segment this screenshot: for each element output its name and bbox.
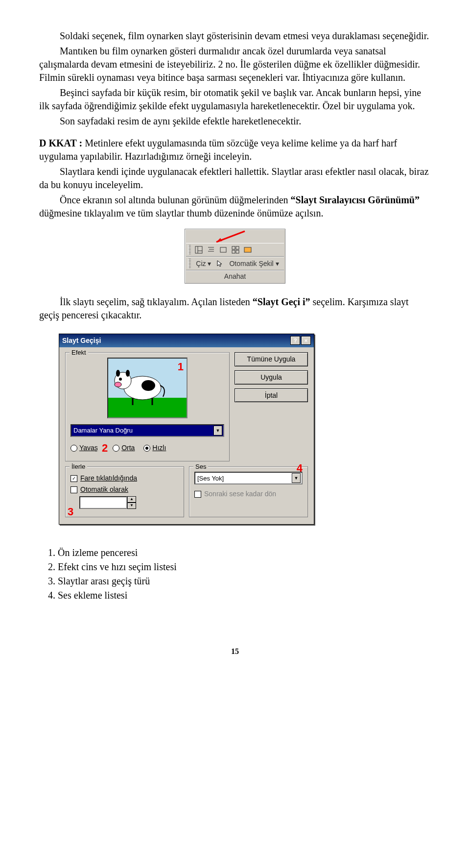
legend-item: Ön izleme penceresi: [58, 546, 431, 559]
slide-transition-dialog: Slayt Geçişi ? × Efekt: [59, 334, 314, 525]
apply-button[interactable]: Uygula: [235, 370, 308, 385]
check-mouse[interactable]: Fare tıklatıldığında: [70, 474, 179, 483]
svg-rect-11: [244, 247, 251, 252]
legend-item: Efekt cins ve hızı seçim listesi: [58, 560, 431, 574]
toolbar: Çiz ▾ Otomatik Şekil ▾ Anahat: [185, 229, 285, 284]
text: İlk slaytı seçelim, sağ tıklayalım. Açıl…: [60, 296, 253, 307]
callout-3: 3: [68, 505, 73, 519]
callout-4: 4: [297, 461, 303, 476]
radio-label: Orta: [121, 443, 135, 453]
paragraph: Slaytlara kendi içinde uygulanacak efekt…: [39, 165, 431, 192]
slide-view-button[interactable]: [217, 244, 229, 255]
draw-toolbar-row: Çiz ▾ Otomatik Şekil ▾: [186, 257, 283, 270]
slide-sorter-view-button[interactable]: [230, 244, 241, 255]
text: düğmesine tıklayalım ve tüm slaytlar thu…: [39, 208, 323, 218]
draw-menu[interactable]: Çiz ▾: [193, 259, 214, 268]
svg-rect-6: [220, 247, 226, 252]
paragraph: Beşinci sayfada bir küçük resim, bir oto…: [39, 86, 431, 113]
group-label: Efekt: [70, 348, 88, 357]
callout-1: 1: [178, 360, 184, 374]
check-label: Sonraki sese kadar dön: [204, 489, 276, 499]
radio-label: Hızlı: [152, 443, 166, 453]
svg-point-15: [141, 380, 155, 391]
effect-dropdown-value: Damalar Yana Doğru: [73, 426, 133, 435]
grip-icon: [188, 245, 191, 255]
toolbar-figure: Çiz ▾ Otomatik Şekil ▾ Anahat: [39, 229, 431, 284]
group-label: Ses: [193, 462, 208, 471]
svg-rect-0: [195, 246, 202, 253]
effect-group: Efekt: [65, 352, 230, 462]
outline-label: Anahat: [221, 272, 249, 281]
help-button[interactable]: ?: [290, 336, 300, 345]
cancel-button[interactable]: İptal: [235, 388, 308, 403]
advance-group: İlerle Fare tıklatıldığında Otomatik ola…: [65, 466, 184, 517]
bold-text: “Slayt Sıralayıcısı Görünümü”: [291, 194, 420, 205]
effect-dropdown[interactable]: Damalar Yana Doğru ▼: [70, 424, 224, 437]
svg-rect-10: [236, 250, 239, 253]
buttons-column: Tümüne Uygula Uygula İptal: [235, 352, 308, 462]
paragraph: İlk slaytı seçelim, sağ tıklayalım. Açıl…: [39, 295, 431, 322]
svg-rect-7: [232, 246, 235, 249]
paragraph: Mantıken bu film oynarken gösteri durmal…: [39, 45, 431, 84]
apply-all-button[interactable]: Tümüne Uygula: [235, 352, 308, 366]
page-number: 15: [39, 646, 431, 657]
text: Önce ekranın sol altında bulunan görünüm…: [60, 194, 291, 205]
close-button[interactable]: ×: [301, 336, 311, 345]
svg-rect-12: [108, 398, 187, 417]
radio-medium[interactable]: Orta: [113, 443, 135, 453]
callout-2: 2: [102, 441, 108, 456]
auto-seconds-input[interactable]: [79, 496, 127, 509]
check-label: Fare tıklatıldığında: [80, 474, 137, 483]
legend-item: Ses ekleme listesi: [58, 589, 431, 602]
check-loop-sound: Sonraki sese kadar dön: [194, 489, 303, 499]
radio-fast[interactable]: Hızlı: [143, 443, 166, 453]
view-buttons-row: [186, 243, 283, 257]
paragraph: Önce ekranın sol altında bulunan görünüm…: [39, 193, 431, 220]
normal-view-button[interactable]: [193, 244, 205, 255]
slideshow-view-button[interactable]: [242, 244, 254, 255]
svg-rect-8: [236, 246, 239, 249]
chevron-down-icon[interactable]: ▼: [213, 426, 222, 435]
sound-dropdown[interactable]: [Ses Yok] ▼: [194, 472, 303, 484]
svg-point-20: [126, 370, 130, 377]
svg-point-18: [115, 382, 121, 387]
dikkat-label: D KKAT :: [39, 138, 82, 148]
auto-seconds-spinner[interactable]: ▲▼: [79, 496, 136, 509]
spin-up-icon[interactable]: ▲: [127, 496, 136, 503]
svg-rect-9: [232, 250, 235, 253]
check-label: Otomatik olarak: [80, 485, 128, 494]
dikkat-text: Metinlere efekt uygulamasında tüm sözcüğ…: [39, 138, 397, 162]
svg-point-19: [116, 370, 120, 377]
paragraph-dikkat: D KKAT : Metinlere efekt uygulamasında t…: [39, 137, 431, 163]
spin-down-icon[interactable]: ▼: [127, 503, 136, 509]
group-label: İlerle: [70, 462, 87, 471]
radio-slow[interactable]: Yavaş: [70, 443, 98, 453]
dialog-title: Slayt Geçişi: [62, 336, 101, 345]
sound-dropdown-value: [Ses Yok]: [197, 474, 224, 483]
legend-item: Slaytlar arası geçiş türü: [58, 575, 431, 588]
paragraph: Soldaki seçenek, film oynarken slayt gös…: [39, 29, 431, 43]
dialog-figure: Slayt Geçişi ? × Efekt: [39, 331, 431, 534]
outline-view-button[interactable]: [205, 244, 217, 255]
dialog-titlebar: Slayt Geçişi ? ×: [59, 334, 314, 347]
check-auto[interactable]: Otomatik olarak: [70, 485, 179, 494]
bold-text: “Slayt Geçi i”: [253, 296, 310, 307]
select-tool-button[interactable]: [214, 258, 226, 269]
preview-pane: 1: [107, 358, 188, 418]
autoshape-menu[interactable]: Otomatik Şekil ▾: [226, 259, 282, 268]
paragraph: Son sayfadaki resim de aynı şekilde efek…: [39, 115, 431, 128]
sound-group: Ses 4 [Ses Yok] ▼ Sonraki sese kadar dön: [189, 466, 308, 517]
radio-label: Yavaş: [79, 443, 98, 453]
svg-point-17: [119, 378, 122, 381]
grip-icon: [188, 259, 191, 268]
outline-row: Anahat: [186, 270, 283, 282]
arrowhead-icon: [216, 238, 222, 242]
legend-list: Ön izleme penceresi Efekt cins ve hızı s…: [48, 546, 431, 602]
